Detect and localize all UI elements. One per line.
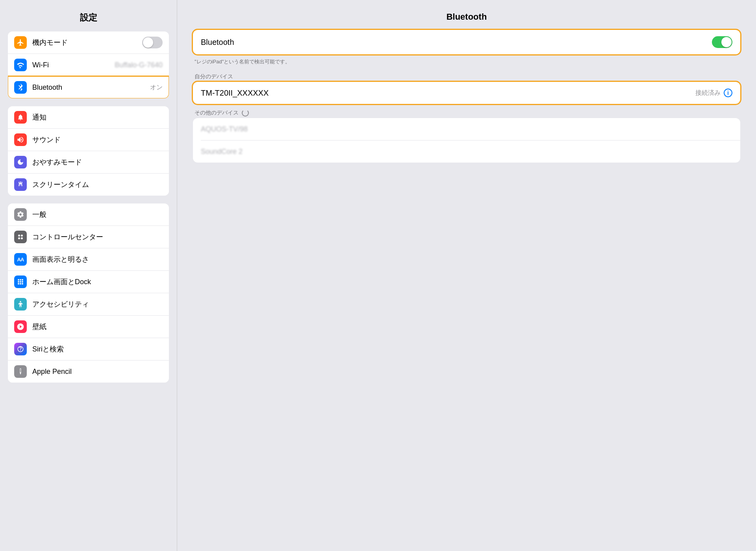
accessibility-icon [14, 298, 27, 311]
sidebar-item-donotdisturb[interactable]: おやすみモード [8, 151, 169, 174]
notification-label: 通知 [32, 113, 163, 122]
bluetooth-card-label: Bluetooth [201, 38, 712, 47]
my-devices-label: 自分のデバイス [195, 73, 740, 80]
siri-icon [14, 343, 27, 355]
accessibility-label: アクセシビリティ [32, 300, 163, 309]
screentime-icon [14, 178, 27, 191]
airplane-icon [14, 36, 27, 49]
connected-device-card: TM-T20II_XXXXXX 接続済み i [193, 82, 740, 104]
discover-text: "レジのiPad"という名前で検出可能です。 [193, 57, 740, 69]
sidebar-item-controlcenter[interactable]: コントロールセンター [8, 226, 169, 248]
scanning-spinner [242, 109, 249, 116]
other-devices-label: その他のデバイス [195, 109, 239, 116]
device-info-button[interactable]: i [724, 89, 732, 97]
main-title: Bluetooth [193, 8, 740, 30]
airplane-toggle[interactable] [142, 37, 163, 48]
controlcenter-label: コントロールセンター [32, 232, 163, 242]
homescreen-label: ホーム画面とDock [32, 277, 163, 287]
bluetooth-label: Bluetooth [32, 83, 150, 92]
applepencil-icon [14, 365, 27, 378]
bluetooth-row: Bluetooth [193, 30, 740, 54]
main-content: Bluetooth Bluetooth "レジのiPad"という名前で検出可能で… [177, 0, 756, 551]
wifi-label: Wi-Fi [32, 61, 115, 69]
other-devices-card: AQUOS-TV/98 SoundCore 2 [193, 118, 740, 163]
sidebar-item-airplane[interactable]: 機内モード [8, 31, 169, 54]
sidebar-item-sound[interactable]: サウンド [8, 129, 169, 151]
other-device-row-2[interactable]: SoundCore 2 [193, 141, 740, 163]
homescreen-icon [14, 276, 27, 288]
wallpaper-icon [14, 320, 27, 333]
general-label: 一般 [32, 210, 163, 219]
settings-group-2: 通知 サウンド おやすみモード [8, 106, 169, 196]
siri-label: Siriと検索 [32, 344, 163, 354]
applepencil-label: Apple Pencil [32, 368, 163, 376]
sidebar-item-applepencil[interactable]: Apple Pencil [8, 361, 169, 383]
airplane-label: 機内モード [32, 38, 142, 47]
settings-group-1: 機内モード Wi-Fi Buffalo-G-7640 Bluetooth オン [8, 31, 169, 98]
sidebar-item-general[interactable]: 一般 [8, 203, 169, 226]
bluetooth-status: オン [150, 83, 163, 92]
device-name: TM-T20II_XXXXXX [201, 89, 695, 98]
sound-icon [14, 133, 27, 146]
device-status: 接続済み [695, 89, 721, 97]
bluetooth-icon [14, 81, 27, 94]
connected-device-row[interactable]: TM-T20II_XXXXXX 接続済み i [193, 82, 740, 104]
other-device-row-1[interactable]: AQUOS-TV/98 [193, 118, 740, 140]
sidebar-item-accessibility[interactable]: アクセシビリティ [8, 293, 169, 316]
other-device-1-name: AQUOS-TV/98 [201, 125, 732, 133]
sidebar-item-homescreen[interactable]: ホーム画面とDock [8, 271, 169, 293]
sidebar-item-wallpaper[interactable]: 壁紙 [8, 316, 169, 338]
svg-point-0 [20, 301, 21, 302]
notification-icon [14, 111, 27, 124]
sidebar-item-display[interactable]: AA 画面表示と明るさ [8, 248, 169, 271]
sidebar-item-wifi[interactable]: Wi-Fi Buffalo-G-7640 [8, 54, 169, 76]
wallpaper-label: 壁紙 [32, 322, 163, 331]
screentime-label: スクリーンタイム [32, 180, 163, 189]
settings-group-3: 一般 コントロールセンター AA 画面表示と明るさ ホーム画面とDo [8, 203, 169, 383]
sidebar-item-screentime[interactable]: スクリーンタイム [8, 174, 169, 196]
sidebar-item-siri[interactable]: Siriと検索 [8, 338, 169, 361]
bluetooth-toggle-card: Bluetooth [193, 30, 740, 54]
other-devices-header: その他のデバイス [195, 109, 740, 116]
donotdisturb-label: おやすみモード [32, 157, 163, 167]
bluetooth-toggle[interactable] [712, 36, 732, 48]
sidebar-item-notification[interactable]: 通知 [8, 106, 169, 129]
general-icon [14, 208, 27, 221]
sound-label: サウンド [32, 135, 163, 144]
sidebar-item-bluetooth[interactable]: Bluetooth オン [8, 76, 169, 98]
other-device-2-name: SoundCore 2 [201, 148, 732, 156]
sidebar: 設定 機内モード Wi-Fi Buffalo-G-7640 [0, 0, 177, 551]
controlcenter-icon [14, 231, 27, 243]
display-label: 画面表示と明るさ [32, 255, 163, 264]
sidebar-title: 設定 [0, 8, 177, 31]
wifi-icon [14, 59, 27, 71]
display-icon: AA [14, 253, 27, 266]
moon-icon [14, 156, 27, 168]
wifi-value: Buffalo-G-7640 [115, 61, 163, 69]
